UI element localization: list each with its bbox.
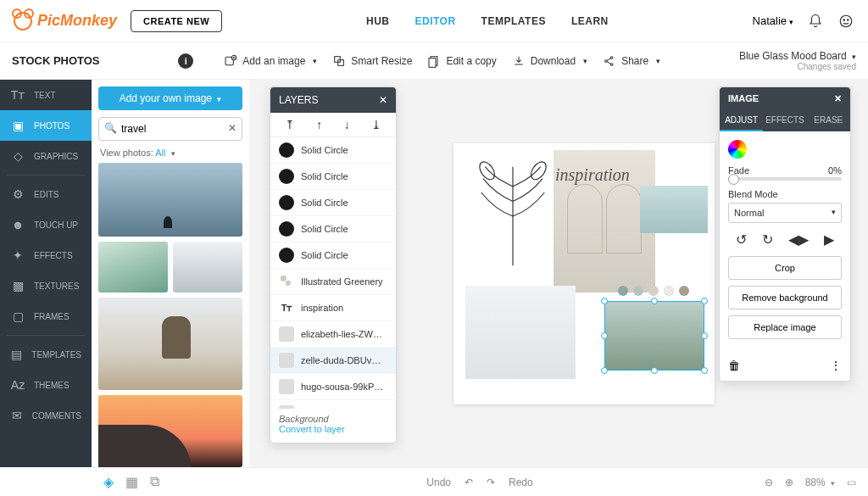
convert-to-layer-link[interactable]: Convert to layer [279, 424, 387, 434]
sidebar-item-photos[interactable]: ▣PHOTOS [0, 110, 92, 141]
artboard[interactable]: inspiration [453, 143, 715, 404]
chevron-down-icon: ▾ [789, 18, 793, 26]
delete-icon[interactable]: 🗑 [728, 359, 740, 372]
layers-title: LAYERS [279, 94, 318, 106]
download-button[interactable]: Download▾ [512, 54, 587, 68]
layer-row[interactable]: annie-spratt-FddqGrvw… [270, 400, 396, 409]
tab-effects[interactable]: EFFECTS [763, 110, 806, 131]
stock-photo-thumb[interactable] [98, 242, 168, 293]
undo-button[interactable]: ↶ [465, 476, 473, 488]
zoom-out-button[interactable]: ⊖ [765, 476, 773, 488]
photo-search-input[interactable] [98, 117, 242, 141]
layer-row[interactable]: elizabeth-lies-ZWPerNl… [270, 321, 396, 348]
color-picker[interactable] [728, 140, 747, 159]
crop-button[interactable]: Crop [728, 256, 842, 280]
flip-vertical-icon[interactable]: ▶ [824, 231, 834, 248]
photos-panel: Add your own image ▾ 🔍 ✕ View photos: Al… [92, 80, 249, 467]
clear-search-icon[interactable]: ✕ [228, 122, 236, 134]
sliders-icon: ⚙ [10, 187, 25, 201]
canvas-color-dots[interactable] [618, 286, 689, 296]
layer-row[interactable]: hugo-sousa-99kPPJed… [270, 374, 396, 400]
add-image-button[interactable]: Add an image▾ [224, 54, 317, 68]
send-to-back-icon[interactable]: ⤓ [371, 118, 381, 131]
layer-row[interactable]: Tᴛinspiration [270, 295, 396, 321]
layer-row[interactable]: Solid Circle [270, 164, 396, 190]
chevron-down-icon: ▾ [832, 208, 836, 218]
project-name[interactable]: Blue Glass Mood Board ▾ [739, 50, 856, 62]
layer-label: Solid Circle [301, 224, 348, 234]
sidebar-item-effects[interactable]: ✦EFFECTS [0, 240, 92, 270]
image-panel-title: IMAGE [728, 93, 759, 104]
layer-label: elizabeth-lies-ZWPerNl… [301, 329, 387, 339]
layer-row[interactable]: Solid Circle [270, 137, 396, 164]
sidebar-item-touchup[interactable]: ☻TOUCH UP [0, 209, 92, 240]
canvas-illustration[interactable] [462, 157, 564, 276]
layer-row[interactable]: zelle-duda-DBUvQCYN… [270, 348, 396, 374]
remove-background-button[interactable]: Remove background [728, 286, 842, 309]
info-icon[interactable]: i [178, 53, 193, 69]
canvas-image[interactable] [465, 286, 576, 379]
edit-copy-button[interactable]: Edit a copy [427, 54, 496, 68]
user-menu[interactable]: Natalie▾ [753, 14, 793, 27]
chevron-down-icon: ▾ [171, 149, 175, 158]
zoom-level[interactable]: 88% ▾ [805, 476, 835, 488]
bring-forward-icon[interactable]: ↑ [316, 118, 322, 131]
tab-erase[interactable]: ERASE [807, 110, 850, 131]
tab-adjust[interactable]: ADJUST [720, 110, 763, 131]
nav-learn[interactable]: LEARN [571, 15, 609, 27]
stock-photo-thumb[interactable] [98, 163, 242, 237]
layers-toggle-icon[interactable]: ◈ [103, 474, 114, 490]
flip-horizontal-icon[interactable]: ◀▶ [788, 231, 809, 248]
notifications-icon[interactable] [807, 13, 824, 30]
blend-mode-label: Blend Mode [728, 189, 842, 199]
replace-image-button[interactable]: Replace image [728, 315, 842, 339]
fade-slider[interactable] [728, 177, 842, 181]
nav-templates[interactable]: TEMPLATES [481, 15, 546, 27]
sidebar-item-graphics[interactable]: ◇GRAPHICS [0, 141, 92, 171]
rotate-right-icon[interactable]: ↻ [762, 231, 773, 248]
stock-photo-thumb[interactable] [173, 242, 242, 293]
rotate-left-icon[interactable]: ↺ [736, 231, 747, 248]
redo-button[interactable]: ↷ [487, 476, 495, 488]
close-icon[interactable]: ✕ [379, 94, 387, 106]
canvas-image-selected[interactable] [604, 301, 704, 371]
brand-logo[interactable]: PicMonkey [14, 12, 117, 31]
create-new-button[interactable]: CREATE NEW [131, 10, 222, 32]
sidebar-item-edits[interactable]: ⚙EDITS [0, 179, 92, 209]
sidebar-item-themes[interactable]: AᴢTHEMES [0, 370, 92, 400]
layer-row[interactable]: Solid Circle [270, 216, 396, 242]
stock-photo-thumb[interactable] [98, 395, 242, 467]
smart-resize-button[interactable]: Smart Resize [332, 54, 412, 68]
sidebar-item-frames[interactable]: ▢FRAMES [0, 301, 92, 332]
send-backward-icon[interactable]: ↓ [344, 118, 350, 131]
sidebar-item-comments[interactable]: ✉COMMENTS [0, 400, 92, 431]
circle-icon [279, 248, 294, 263]
more-icon[interactable]: ⋮ [830, 359, 842, 372]
present-icon[interactable]: ▭ [847, 476, 856, 488]
nav-editor[interactable]: EDITOR [415, 15, 455, 27]
sidebar-item-templates[interactable]: ▤TEMPLATES [0, 339, 92, 370]
layer-row[interactable]: Illustrated Greenery [270, 269, 396, 295]
canvas-image[interactable] [640, 186, 708, 233]
fade-value: 0% [828, 165, 842, 176]
stock-photo-thumb[interactable] [98, 298, 242, 390]
svg-rect-8 [429, 58, 436, 67]
canvas-text[interactable]: inspiration [555, 165, 630, 185]
zoom-in-button[interactable]: ⊕ [785, 476, 793, 488]
layer-label: hugo-sousa-99kPPJed… [301, 382, 387, 392]
share-button[interactable]: Share▾ [603, 54, 660, 68]
nav-hub[interactable]: HUB [366, 15, 390, 27]
bring-to-front-icon[interactable]: ⤒ [285, 118, 295, 131]
view-photos-filter[interactable]: View photos: All ▾ [100, 148, 242, 158]
layer-row[interactable]: Solid Circle [270, 242, 396, 269]
blend-mode-select[interactable]: Normal ▾ [728, 203, 842, 223]
textures-icon: ▩ [10, 279, 25, 293]
layer-row[interactable]: Solid Circle [270, 190, 396, 216]
sidebar-item-textures[interactable]: ▩TEXTURES [0, 270, 92, 301]
grid-toggle-icon[interactable]: ▦ [125, 474, 138, 490]
smiley-icon[interactable] [837, 13, 854, 30]
sidebar-item-text[interactable]: TᴛTEXT [0, 80, 92, 110]
close-icon[interactable]: ✕ [834, 93, 842, 104]
pages-icon[interactable]: ⧉ [150, 474, 159, 490]
add-own-image-button[interactable]: Add your own image ▾ [98, 86, 242, 110]
